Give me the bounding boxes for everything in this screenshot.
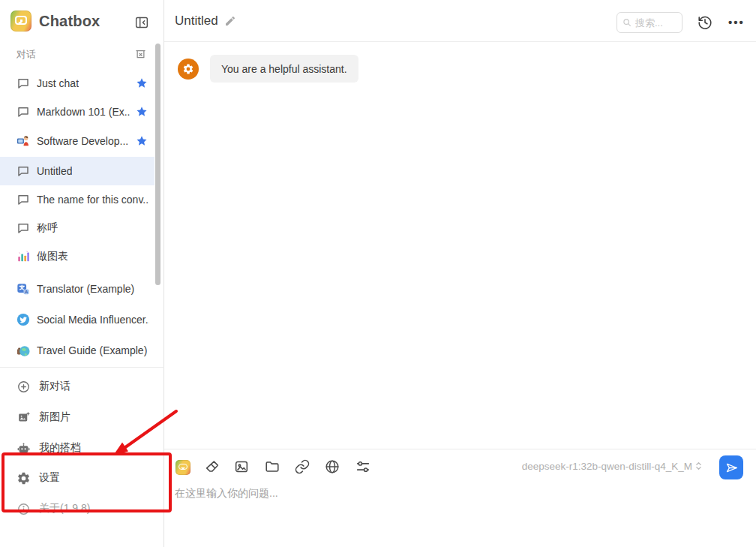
collapse-sidebar-icon[interactable] — [134, 14, 150, 31]
conversation-label: Software Develop... — [37, 135, 128, 147]
web-browsing-globe-icon[interactable] — [324, 458, 340, 475]
travel-globe-icon — [16, 344, 30, 357]
my-copilots-button[interactable]: 我的搭档 — [0, 434, 154, 462]
robot-icon — [16, 441, 31, 455]
conversation-label: Translator (Example) — [37, 283, 134, 295]
menu-label: 设置 — [39, 471, 60, 485]
chat-bubble-icon — [16, 105, 30, 119]
conversation-item[interactable]: Software Develop... — [0, 127, 154, 155]
chat-bubble-icon — [16, 221, 30, 235]
sidebar-scrollbar[interactable] — [155, 44, 160, 285]
new-chat-button[interactable]: 新对话 — [0, 372, 154, 401]
conversation-label: Just chat — [37, 77, 79, 89]
conversation-label: Untitled — [37, 165, 72, 177]
chat-bubble-icon — [16, 193, 30, 206]
menu-label: 我的搭档 — [39, 441, 81, 455]
model-name: deepseek-r1:32b-qwen-distill-q4_K_M — [522, 461, 692, 472]
bar-chart-emoji-icon — [16, 250, 30, 263]
attach-file-icon[interactable] — [264, 458, 280, 475]
new-image-icon — [16, 410, 31, 425]
conversations-section-label: 对话 — [16, 48, 36, 62]
header-divider — [164, 41, 756, 42]
conversation-item[interactable]: Just chat — [0, 69, 154, 98]
conversation-label: 称呼 — [37, 221, 58, 235]
search-box[interactable] — [616, 12, 682, 33]
search-input[interactable] — [635, 17, 674, 29]
conversation-item[interactable]: A Translator (Example) — [0, 275, 154, 303]
chatbox-app-window: Chatbox 对话 Just chat Markdown 101 (Ex...… — [0, 0, 756, 547]
tune-settings-icon[interactable] — [355, 458, 371, 475]
developer-emoji-icon — [16, 134, 30, 148]
new-image-button[interactable]: 新图片 — [0, 403, 154, 431]
chat-bubble-icon — [16, 77, 30, 90]
gear-icon — [16, 471, 31, 485]
chatbox-logo-icon — [10, 11, 32, 32]
eraser-icon[interactable] — [204, 458, 220, 475]
menu-label: 关于(1.9.8) — [39, 502, 90, 515]
conversation-label: Markdown 101 (Ex... — [37, 106, 130, 118]
sidebar-divider — [0, 367, 164, 368]
history-icon[interactable] — [697, 14, 713, 31]
app-title: Chatbox — [39, 13, 100, 30]
conversation-item[interactable]: Social Media Influencer... — [0, 305, 154, 334]
conversation-label: Travel Guide (Example) — [37, 344, 147, 356]
menu-label: 新图片 — [39, 410, 70, 424]
twitter-bird-icon — [16, 313, 30, 326]
chatbox-mini-logo-icon[interactable] — [175, 459, 191, 476]
conversation-label: The name for this conv... — [37, 194, 149, 206]
conversation-item[interactable]: The name for this conv... — [0, 185, 154, 214]
search-icon — [622, 17, 632, 28]
conversation-item[interactable]: 做图表 — [0, 242, 154, 271]
gear-icon — [182, 63, 194, 75]
model-selector[interactable]: deepseek-r1:32b-qwen-distill-q4_K_M — [522, 460, 704, 472]
conversation-item-selected[interactable]: Untitled — [0, 157, 154, 185]
chat-bubble-icon — [16, 164, 30, 178]
more-options-icon[interactable]: ••• — [724, 14, 748, 32]
composer-divider — [164, 449, 756, 449]
about-button[interactable]: 关于(1.9.8) — [0, 494, 154, 523]
system-message-text: You are a helpful assistant. — [221, 63, 347, 75]
clear-conversations-icon[interactable] — [134, 47, 148, 61]
send-button[interactable] — [719, 455, 743, 479]
star-icon[interactable] — [136, 106, 148, 118]
sidebar: Chatbox 对话 Just chat Markdown 101 (Ex...… — [0, 0, 164, 547]
conversation-label: 做图表 — [37, 250, 68, 263]
message-input[interactable] — [175, 484, 497, 502]
conversation-item[interactable]: Travel Guide (Example) — [0, 336, 154, 365]
app-brand: Chatbox — [10, 11, 100, 32]
conversation-item[interactable]: 称呼 — [0, 214, 154, 242]
plus-circle-icon — [16, 380, 31, 394]
send-icon — [724, 461, 739, 475]
edit-title-icon[interactable] — [224, 15, 236, 27]
link-icon[interactable] — [294, 458, 310, 475]
conversation-label: Social Media Influencer... — [37, 314, 149, 326]
star-icon[interactable] — [136, 135, 148, 147]
star-icon[interactable] — [136, 77, 148, 89]
info-icon — [16, 502, 31, 516]
system-message-avatar[interactable] — [178, 59, 199, 80]
translator-icon: A — [16, 282, 30, 296]
chevron-up-down-icon — [694, 460, 704, 472]
settings-button[interactable]: 设置 — [0, 464, 154, 492]
attach-image-icon[interactable] — [233, 458, 250, 475]
page-title: Untitled — [175, 14, 218, 29]
menu-label: 新对话 — [39, 380, 70, 393]
system-message-bubble: You are a helpful assistant. — [210, 55, 358, 83]
conversation-item[interactable]: Markdown 101 (Ex... — [0, 98, 154, 126]
